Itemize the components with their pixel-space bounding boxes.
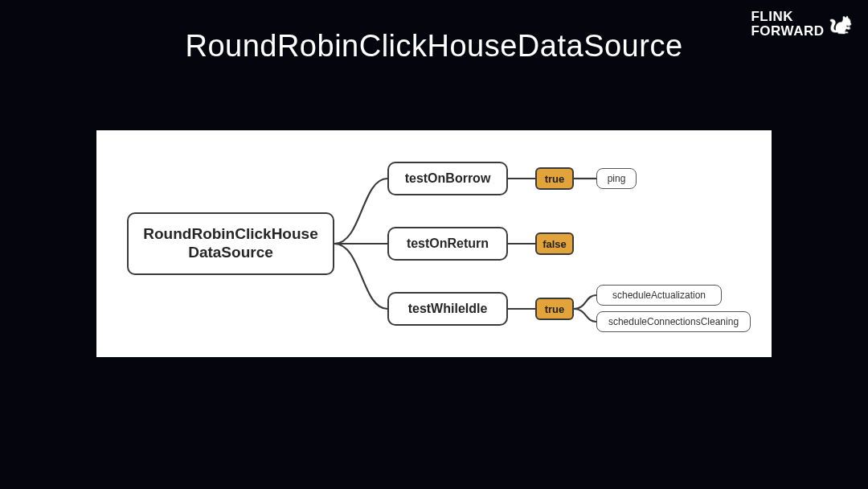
root-node: RoundRobinClickHouse DataSource <box>127 212 334 275</box>
flink-forward-logo: FLINK FORWARD 🐿️ <box>751 10 852 39</box>
logo-line2: FORWARD <box>751 24 824 39</box>
leaf-label: scheduleConnectionsCleaning <box>608 316 739 327</box>
leaf-scheduleConnectionsCleaning: scheduleConnectionsCleaning <box>596 311 751 332</box>
value-label: true <box>545 173 565 185</box>
node-testOnReturn: testOnReturn <box>387 227 508 261</box>
leaf-label: ping <box>608 173 626 184</box>
node-testWhileIdle: testWhileIdle <box>387 292 508 326</box>
node-label: testOnBorrow <box>405 171 491 186</box>
value-testOnBorrow: true <box>535 167 574 190</box>
root-node-label: RoundRobinClickHouse DataSource <box>143 225 317 262</box>
node-testOnBorrow: testOnBorrow <box>387 162 508 195</box>
diagram-panel: RoundRobinClickHouse DataSource testOnBo… <box>96 130 772 357</box>
leaf-ping: ping <box>596 168 637 189</box>
value-testOnReturn: false <box>535 232 574 255</box>
node-label: testOnReturn <box>407 236 489 251</box>
value-testWhileIdle: true <box>535 298 574 320</box>
node-label: testWhileIdle <box>408 302 488 316</box>
value-label: false <box>542 238 567 250</box>
leaf-scheduleActualization: scheduleActualization <box>596 285 722 306</box>
leaf-label: scheduleActualization <box>612 290 706 301</box>
value-label: true <box>545 303 565 315</box>
squirrel-icon: 🐿️ <box>828 14 853 34</box>
logo-line1: FLINK <box>751 10 824 24</box>
page-title: RoundRobinClickHouseDataSource <box>0 29 868 64</box>
